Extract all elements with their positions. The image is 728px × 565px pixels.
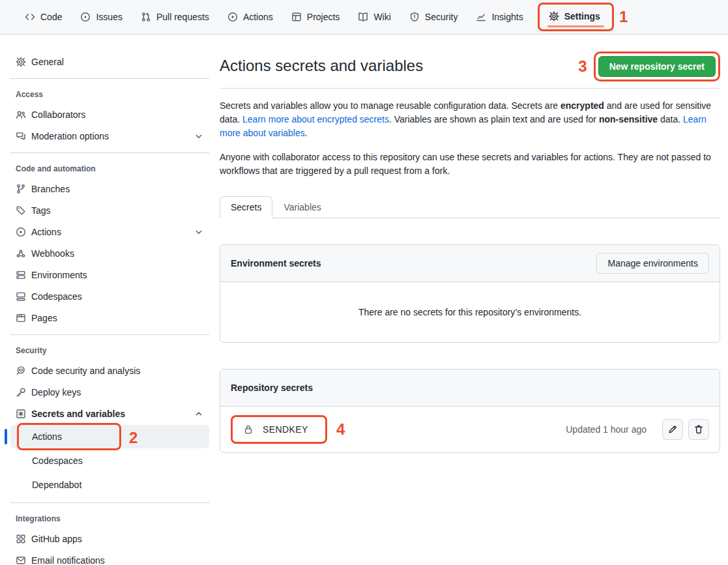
apps-icon (16, 534, 26, 544)
book-icon (358, 12, 368, 22)
sidebar-subitem-actions[interactable]: Actions 2 (10, 425, 209, 448)
sidebar-item-webhooks[interactable]: Webhooks (10, 243, 209, 264)
nav-tab-insights[interactable]: Insights (471, 8, 528, 26)
intro-paragraph-1: Secrets and variables allow you to manag… (220, 99, 720, 140)
sidebar-item-environments[interactable]: Environments (10, 265, 209, 285)
people-icon (16, 109, 26, 120)
sidebar-section-code-automation: Code and automation (10, 159, 209, 179)
intro-bold-encrypted: encrypted (561, 100, 604, 111)
chevron-down-icon (194, 131, 204, 141)
sidebar-item-codespaces[interactable]: Codespaces (10, 286, 209, 307)
sidebar-section-security: Security (10, 341, 209, 360)
sidebar-item-label: Pages (31, 313, 204, 323)
nav-tab-label: Security (425, 12, 458, 22)
sidebar-subitem-dependabot[interactable]: Dependabot (10, 473, 209, 497)
sidebar-item-moderation-options[interactable]: Moderation options (10, 126, 209, 147)
gear-icon (549, 11, 559, 22)
sidebar-divider (10, 334, 209, 335)
nav-tab-pull-requests[interactable]: Pull requests (136, 8, 214, 26)
nav-tab-actions[interactable]: Actions (222, 8, 278, 26)
codespaces-icon (16, 291, 26, 302)
sidebar-subitem-label: Codespaces (32, 456, 83, 466)
intro-bold-non-sensitive: non-sensitive (599, 114, 658, 124)
intro-paragraph-2: Anyone with collaborator access to this … (220, 151, 720, 178)
secret-row: SENDKEY 4 Updated 1 hour ago (220, 407, 720, 452)
sidebar-subitem-codespaces[interactable]: Codespaces (10, 449, 209, 472)
gear-icon (16, 57, 26, 67)
settings-sidebar: General Access Collaborators Moderation … (0, 35, 209, 565)
chevron-up-icon (194, 409, 204, 419)
sidebar-item-pages[interactable]: Pages (10, 308, 209, 328)
edit-secret-button[interactable] (662, 419, 683, 440)
sidebar-section-access: Access (10, 85, 209, 104)
nav-tab-wiki[interactable]: Wiki (353, 8, 396, 26)
environment-secrets-header: Environment secrets Manage environments (220, 245, 720, 282)
nav-tab-label: Code (40, 12, 62, 22)
manage-environments-button[interactable]: Manage environments (596, 253, 709, 274)
repo-nav: Code Issues Pull requests Actions Projec… (0, 0, 728, 35)
table-icon (291, 12, 302, 22)
play-icon (227, 12, 238, 22)
sidebar-item-github-apps[interactable]: GitHub apps (10, 529, 209, 549)
annotation-box-new-secret: New repository secret (594, 51, 720, 81)
pencil-icon (667, 424, 678, 435)
sidebar-item-email-notifications[interactable]: Email notifications (10, 550, 209, 565)
key-icon (16, 387, 26, 398)
intro-text-segment: Secrets and variables allow you to manag… (220, 100, 561, 111)
nav-tab-label: Pull requests (156, 12, 209, 22)
annotation-box-settings: Settings (538, 3, 614, 31)
learn-more-encrypted-secrets-link[interactable]: Learn more about encrypted secrets (242, 114, 389, 124)
sidebar-item-label: Webhooks (31, 248, 204, 259)
sidebar-item-code-security[interactable]: Code security and analysis (10, 360, 209, 381)
browser-icon (16, 313, 26, 323)
codescan-icon (16, 366, 26, 376)
code-icon (25, 12, 35, 22)
secret-updated-timestamp: Updated 1 hour ago (566, 424, 647, 435)
chevron-down-icon (194, 227, 204, 237)
sidebar-item-label: Actions (31, 227, 188, 237)
sidebar-item-label: Branches (31, 184, 204, 194)
lock-icon (243, 424, 254, 435)
new-repository-secret-button[interactable]: New repository secret (598, 56, 716, 77)
sidebar-item-label: Code security and analysis (31, 366, 204, 376)
sidebar-subitem-label: Actions (32, 431, 62, 442)
server-icon (16, 270, 26, 280)
sidebar-item-collaborators[interactable]: Collaborators (10, 104, 209, 125)
tab-secrets[interactable]: Secrets (220, 196, 272, 218)
environment-secrets-empty-message: There are no secrets for this repository… (220, 282, 720, 342)
nav-tab-label: Wiki (373, 12, 390, 22)
nav-tab-label: Projects (307, 12, 340, 22)
git-branch-icon (16, 184, 26, 194)
delete-secret-button[interactable] (688, 419, 709, 440)
sidebar-item-label: Secrets and variables (31, 409, 188, 419)
nav-tab-security[interactable]: Security (404, 8, 463, 26)
sidebar-item-actions[interactable]: Actions (10, 222, 209, 242)
nav-tab-issues[interactable]: Issues (75, 8, 127, 26)
sidebar-divider (10, 152, 209, 153)
repository-secrets-header: Repository secrets (220, 369, 720, 407)
nav-tab-settings[interactable]: Settings (544, 7, 605, 23)
sidebar-item-branches[interactable]: Branches (10, 179, 209, 199)
intro-text: Secrets and variables allow you to manag… (220, 99, 720, 178)
sidebar-item-general[interactable]: General (10, 51, 209, 72)
sidebar-item-label: Collaborators (31, 109, 204, 120)
nav-tab-code[interactable]: Code (20, 8, 67, 26)
sidebar-item-label: Environments (31, 270, 204, 280)
sidebar-item-label: Email notifications (31, 555, 204, 565)
intro-text-segment: data. (658, 114, 683, 124)
tab-variables[interactable]: Variables (272, 196, 332, 218)
shield-icon (409, 12, 420, 22)
annotation-number-2: 2 (129, 430, 138, 446)
sidebar-divider (10, 502, 209, 503)
comment-discussion-icon (16, 131, 26, 141)
annotation-number-4: 4 (336, 422, 345, 437)
nav-tab-projects[interactable]: Projects (286, 8, 345, 26)
trash-icon (693, 424, 704, 435)
intro-text-segment: . (305, 128, 308, 138)
tag-icon (16, 205, 26, 216)
sidebar-item-tags[interactable]: Tags (10, 200, 209, 221)
sidebar-item-deploy-keys[interactable]: Deploy keys (10, 382, 209, 403)
sidebar-item-secrets-variables[interactable]: Secrets and variables (10, 403, 209, 424)
webhook-icon (16, 248, 26, 259)
issue-opened-icon (80, 12, 91, 22)
